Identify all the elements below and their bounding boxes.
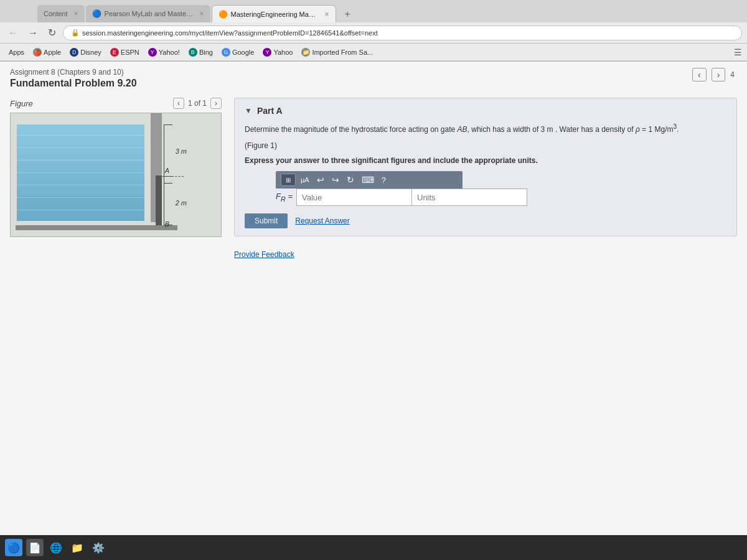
answer-toolbar: ⊞ μA ↩ ↪ ↻ — [276, 171, 463, 189]
undo-button[interactable]: ↩ — [314, 174, 327, 186]
provide-feedback-link[interactable]: Provide Feedback — [234, 250, 294, 259]
figure-nav: ‹ 1 of 1 › — [173, 98, 222, 109]
reading-list-icon: ☰ — [734, 47, 742, 57]
keyboard-icon: ⌨ — [362, 175, 374, 185]
taskbar-app3-icon[interactable]: 📁 — [68, 539, 86, 556]
figure-prev-button[interactable]: ‹ — [173, 98, 184, 109]
matrix-button[interactable]: ⊞ — [281, 174, 296, 186]
mu-icon: μA — [301, 176, 309, 184]
google-favicon: G — [222, 48, 230, 57]
bookmark-google[interactable]: G Google — [218, 47, 258, 58]
label-A: A — [165, 167, 169, 174]
fr-label: FR = — [276, 192, 293, 203]
main-layout: Figure ‹ 1 of 1 › — [0, 91, 747, 265]
tab-mastering-label: MasteringEngineering Masterin — [231, 11, 319, 18]
yahoo2-favicon: Y — [263, 48, 271, 57]
taskbar-finder-icon[interactable]: 🔵 — [5, 539, 22, 556]
figure-panel: Figure ‹ 1 of 1 › — [10, 98, 222, 259]
tab-content[interactable]: Content × — [37, 5, 85, 22]
bookmark-imported[interactable]: 📁 Imported From Sa... — [298, 47, 377, 58]
btn-row: Submit Request Answer — [245, 213, 726, 228]
bookmark-yahoo1[interactable]: Y Yahoo! — [144, 47, 184, 58]
tab-mastering[interactable]: 🟠 MasteringEngineering Masterin × — [212, 5, 336, 22]
bookmark-disney-label: Disney — [80, 49, 101, 56]
mu-button[interactable]: μA — [298, 175, 312, 185]
taskbar-app2-icon[interactable]: 🌐 — [47, 539, 65, 556]
bookmark-apple[interactable]: 🍎 Apple — [29, 47, 65, 58]
bookmark-imported-label: Imported From Sa... — [312, 49, 373, 56]
problem-title: Fundamental Problem 9.20 — [10, 78, 737, 89]
taskbar-app1-icon[interactable]: 📄 — [26, 539, 44, 556]
tab-pearson-close[interactable]: × — [200, 9, 204, 18]
assignment-label: Assignment 8 (Chapters 9 and 10) — [10, 68, 737, 77]
undo-icon: ↩ — [317, 175, 324, 185]
prev-problem-button[interactable]: ‹ — [692, 68, 707, 82]
submit-button[interactable]: Submit — [245, 213, 288, 228]
figure-header: Figure ‹ 1 of 1 › — [10, 98, 222, 109]
diagram-container: 3 m 2 m A B — [11, 113, 221, 236]
yahoo1-favicon: Y — [148, 48, 157, 57]
part-a-section: ▼ Part A Determine the magnitude of the … — [234, 98, 737, 236]
tab-pearson[interactable]: 🔵 Pearson MyLab and Mastering × — [86, 5, 210, 22]
bookmark-yahoo2-label: Yahoo — [273, 49, 293, 56]
figure-label: Figure — [10, 99, 33, 108]
address-bar-row: ← → ↻ 🔒 session.masteringengineering.com… — [0, 22, 747, 44]
next-problem-button[interactable]: › — [712, 68, 726, 82]
tab-mastering-close[interactable]: × — [325, 10, 329, 19]
refresh-answer-button[interactable]: ↻ — [344, 174, 357, 186]
bookmark-bing[interactable]: B Bing — [185, 47, 217, 58]
taskbar-app4-icon[interactable]: ⚙️ — [90, 539, 107, 556]
refresh-button[interactable]: ↻ — [45, 26, 59, 40]
pearson-icon: 🔵 — [92, 9, 101, 18]
part-a-header: ▼ Part A — [245, 106, 726, 116]
tab-content-label: Content — [44, 10, 68, 17]
problem-text-2: (Figure 1) — [245, 140, 726, 151]
figure-image: 3 m 2 m A B — [10, 113, 222, 237]
figure-next-button[interactable]: › — [210, 98, 222, 109]
forward-button[interactable]: → — [25, 26, 41, 40]
bookmark-yahoo2[interactable]: Y Yahoo — [259, 47, 296, 58]
disney-favicon: D — [70, 48, 78, 57]
page-content: Assignment 8 (Chapters 9 and 10) Fundame… — [0, 62, 747, 560]
value-input[interactable] — [296, 189, 412, 206]
part-a-title: Part A — [257, 106, 283, 116]
problem-panel: ▼ Part A Determine the magnitude of the … — [234, 98, 737, 259]
bookmark-apps-label: Apps — [9, 49, 24, 56]
bookmark-apple-label: Apple — [44, 49, 61, 56]
bookmark-disney[interactable]: D Disney — [66, 47, 105, 58]
redo-icon: ↪ — [332, 175, 339, 185]
address-bar[interactable]: 🔒 session.masteringengineering.com/myct/… — [63, 26, 742, 40]
espn-favicon: E — [110, 48, 119, 57]
request-answer-button[interactable]: Request Answer — [295, 217, 349, 225]
bookmark-google-label: Google — [232, 49, 254, 56]
bookmark-espn[interactable]: E ESPN — [106, 47, 143, 58]
new-tab-button[interactable]: + — [340, 6, 355, 22]
redo-button[interactable]: ↪ — [329, 174, 342, 186]
keyboard-button[interactable]: ⌨ — [359, 174, 377, 186]
back-button[interactable]: ← — [5, 26, 21, 40]
part-toggle-button[interactable]: ▼ — [245, 106, 252, 115]
page-number: 4 — [730, 70, 735, 79]
help-button[interactable]: ? — [379, 174, 388, 186]
lock-icon: 🔒 — [71, 29, 80, 37]
bookmarks-bar: Apps 🍎 Apple D Disney E ESPN Y Yahoo! B … — [0, 44, 747, 61]
bookmark-yahoo1-label: Yahoo! — [159, 49, 180, 56]
question-mark-icon: ? — [382, 175, 386, 185]
url-text: session.masteringengineering.com/myct/it… — [82, 29, 378, 37]
problem-text-1: Determine the magnitude of the hydrostat… — [245, 122, 726, 135]
units-input[interactable] — [412, 189, 527, 206]
label-B: B — [165, 220, 169, 228]
bookmark-espn-label: ESPN — [121, 49, 139, 56]
tab-pearson-label: Pearson MyLab and Mastering — [105, 10, 194, 17]
bookmark-apps[interactable]: Apps — [5, 47, 28, 57]
tab-bar: Content × 🔵 Pearson MyLab and Mastering … — [0, 0, 747, 22]
label-3m: 3 m — [176, 147, 187, 155]
apple-favicon: 🍎 — [33, 48, 42, 57]
bookmark-bing-label: Bing — [199, 49, 213, 56]
bing-favicon: B — [189, 48, 197, 57]
taskbar: 🔵 📄 🌐 📁 ⚙️ — [0, 535, 747, 560]
label-2m: 2 m — [176, 199, 187, 207]
answer-row: FR = — [276, 189, 726, 206]
tab-content-close[interactable]: × — [74, 9, 78, 18]
refresh-icon: ↻ — [347, 175, 354, 185]
